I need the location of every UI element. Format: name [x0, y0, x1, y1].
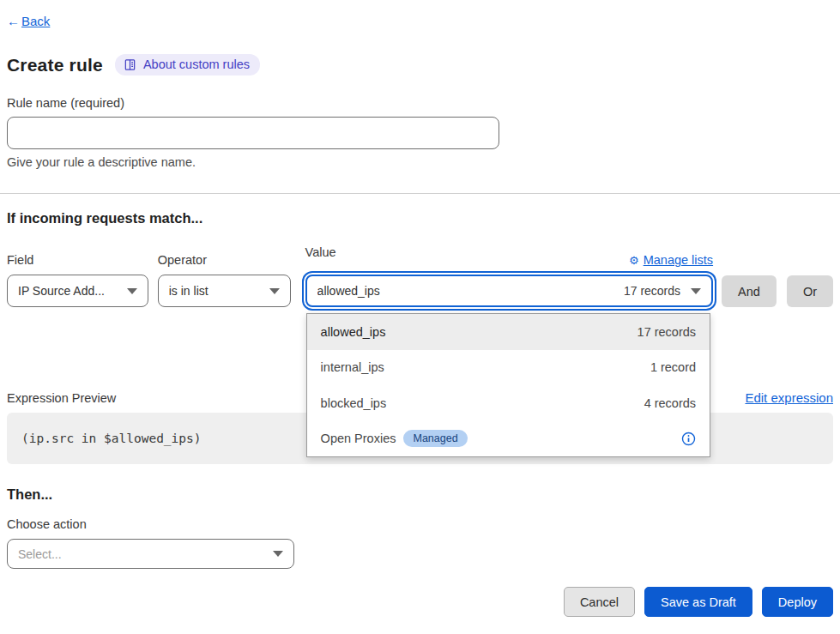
rule-name-section: Rule name (required) Give your rule a de… — [7, 96, 833, 169]
list-option-records: 17 records — [638, 325, 697, 339]
create-rule-page: ←Back Create rule About custom rules Rul… — [0, 0, 840, 634]
choose-action-label: Choose action — [7, 517, 833, 531]
about-badge-label: About custom rules — [143, 57, 250, 71]
back-link[interactable]: ←Back — [7, 14, 50, 28]
cancel-button[interactable]: Cancel — [564, 587, 635, 617]
list-option-records: 4 records — [644, 396, 696, 410]
title-row: Create rule About custom rules — [7, 54, 833, 75]
expression-code: (ip.src in $allowed_ips) — [21, 432, 202, 445]
edit-expression-link[interactable]: Edit expression — [745, 390, 833, 405]
chevron-down-icon — [269, 288, 280, 294]
match-section-heading: If incoming requests match... — [7, 210, 833, 226]
action-select[interactable]: Select... — [7, 539, 294, 569]
back-link-label: Back — [21, 14, 50, 28]
value-column: Value ⚙ Manage lists allowed_ips 17 reco… — [305, 245, 713, 307]
then-heading: Then... — [7, 486, 833, 503]
info-icon[interactable] — [681, 432, 696, 446]
section-divider — [0, 193, 840, 194]
field-select[interactable]: IP Source Add... — [7, 275, 148, 307]
gear-icon: ⚙ — [629, 254, 639, 267]
chevron-down-icon — [691, 288, 701, 294]
about-custom-rules-link[interactable]: About custom rules — [115, 54, 260, 75]
value-label-row: Value ⚙ Manage lists — [305, 245, 713, 267]
list-option-records: 1 record — [650, 360, 696, 374]
operator-select-value: is in list — [169, 284, 261, 298]
list-option-allowed-ips[interactable]: allowed_ips 17 records — [307, 314, 710, 350]
rule-name-helper: Give your rule a descriptive name. — [7, 155, 833, 169]
managed-badge: Managed — [403, 430, 467, 447]
value-select[interactable]: allowed_ips 17 records — [305, 275, 713, 307]
page-title: Create rule — [7, 55, 103, 75]
value-select-records-count: 17 records — [624, 284, 682, 298]
list-option-blocked-ips[interactable]: blocked_ips 4 records — [307, 385, 710, 421]
chevron-down-icon — [127, 288, 137, 294]
expression-preview-label: Expression Preview — [7, 391, 116, 405]
field-column: Field IP Source Add... — [7, 253, 148, 307]
then-section: Then... Choose action Select... — [7, 486, 833, 569]
operator-select[interactable]: is in list — [158, 275, 291, 307]
save-as-draft-button[interactable]: Save as Draft — [644, 587, 752, 617]
and-button[interactable]: And — [722, 275, 777, 307]
condition-row: Field IP Source Add... Operator is in li… — [7, 245, 833, 307]
manage-lists-link[interactable]: ⚙ Manage lists — [629, 253, 713, 267]
rule-name-label: Rule name (required) — [7, 96, 833, 110]
manage-lists-label: Manage lists — [644, 253, 713, 267]
operator-column: Operator is in list — [158, 253, 291, 307]
list-option-name: allowed_ips — [321, 325, 386, 339]
back-arrow-icon: ← — [7, 14, 20, 28]
list-option-open-proxies[interactable]: Open Proxies Managed — [307, 421, 710, 457]
list-option-name: Open Proxies — [321, 432, 396, 445]
list-dropdown-menu: allowed_ips 17 records internal_ips 1 re… — [306, 313, 710, 457]
deploy-button[interactable]: Deploy — [762, 587, 833, 617]
field-label: Field — [7, 253, 148, 267]
field-select-value: IP Source Add... — [18, 284, 118, 298]
value-select-value: allowed_ips — [317, 284, 624, 298]
rule-name-input[interactable] — [7, 117, 499, 149]
value-label: Value — [305, 245, 336, 259]
list-option-name: blocked_ips — [321, 396, 387, 410]
or-button[interactable]: Or — [787, 275, 833, 307]
list-option-name: internal_ips — [321, 360, 384, 374]
book-icon — [124, 58, 136, 71]
chevron-down-icon — [273, 551, 283, 557]
operator-label: Operator — [158, 253, 291, 267]
footer-actions: Cancel Save as Draft Deploy — [7, 587, 833, 617]
action-select-placeholder: Select... — [18, 547, 264, 561]
list-option-internal-ips[interactable]: internal_ips 1 record — [307, 350, 710, 386]
